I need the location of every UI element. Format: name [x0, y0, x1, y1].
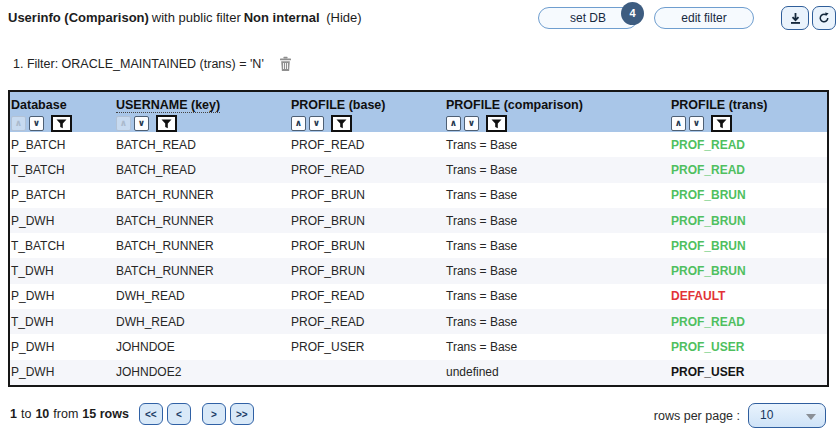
filter-funnel-icon	[336, 119, 347, 129]
table-row[interactable]: P_DWH JOHNDOE PROF_USER Trans = Base PRO…	[10, 334, 827, 359]
cell-database: P_BATCH	[10, 188, 115, 202]
filter-funnel-icon	[716, 119, 727, 129]
userinfo-comparison-page: Userinfo (Comparison)with public filterN…	[0, 0, 837, 438]
cell-profile-comparison: Trans = Base	[445, 289, 670, 303]
cell-profile-base: PROF_USER	[290, 340, 445, 354]
column-header-profile-trans: PROFILE (trans) ∧ ∨	[670, 92, 827, 132]
sort-asc-button[interactable]: ∧	[116, 116, 131, 131]
download-button[interactable]	[781, 6, 809, 30]
edit-filter-button[interactable]: edit filter	[654, 7, 754, 29]
rows-per-page-select[interactable]: 10	[748, 403, 826, 428]
sort-asc-button[interactable]: ∧	[671, 116, 686, 131]
rows-per-page-control: rows per page : 10	[654, 403, 826, 428]
sort-desc-button[interactable]: ∨	[29, 116, 44, 131]
sort-desc-button[interactable]: ∨	[464, 116, 479, 131]
sort-asc-button[interactable]: ∧	[446, 116, 461, 131]
filter-button[interactable]	[51, 115, 72, 132]
delete-filter-button[interactable]	[278, 56, 293, 72]
download-icon	[788, 11, 803, 26]
cell-username: DWH_READ	[115, 315, 290, 329]
cell-username: JOHNDOE	[115, 340, 290, 354]
cell-profile-base: PROF_BRUN	[290, 188, 445, 202]
cell-username: BATCH_READ	[115, 163, 290, 177]
cell-database: P_BATCH	[10, 138, 115, 152]
next-page-button[interactable]: >	[202, 403, 226, 425]
cell-profile-trans: PROF_READ	[670, 163, 827, 177]
sort-desc-button[interactable]: ∨	[309, 116, 324, 131]
column-header-profile-base: PROFILE (base) ∧ ∨	[290, 92, 445, 132]
cell-profile-base: PROF_READ	[290, 163, 445, 177]
cell-database: T_BATCH	[10, 163, 115, 177]
table-row[interactable]: T_BATCH BATCH_RUNNER PROF_BRUN Trans = B…	[10, 233, 827, 258]
column-label: PROFILE (comparison)	[446, 98, 583, 112]
cell-database: P_DWH	[10, 289, 115, 303]
table-body: P_BATCH BATCH_READ PROF_READ Trans = Bas…	[10, 132, 827, 385]
filter-button[interactable]	[486, 115, 507, 132]
column-header-username: USERNAME (key) ∧ ∨	[115, 92, 290, 132]
hide-link[interactable]: (Hide)	[326, 10, 361, 25]
cell-profile-trans: PROF_BRUN	[670, 239, 827, 253]
cell-profile-comparison: undefined	[445, 365, 670, 379]
first-page-button[interactable]: <<	[139, 403, 163, 425]
cell-profile-trans: PROF_BRUN	[670, 214, 827, 228]
filter-funnel-icon	[56, 119, 67, 129]
cell-profile-comparison: Trans = Base	[445, 340, 670, 354]
range-start: 1	[10, 407, 17, 421]
column-label: PROFILE (base)	[291, 98, 385, 112]
table-row[interactable]: T_DWH DWH_READ PROF_READ Trans = Base PR…	[10, 309, 827, 334]
prev-page-button[interactable]: <	[167, 403, 191, 425]
to-label: to	[21, 407, 31, 421]
cell-profile-trans: PROF_READ	[670, 138, 827, 152]
cell-username: BATCH_RUNNER	[115, 239, 290, 253]
cell-profile-comparison: Trans = Base	[445, 214, 670, 228]
cell-profile-trans: DEFAULT	[670, 289, 827, 303]
chevron-down-icon	[806, 414, 816, 420]
table-row[interactable]: P_DWH BATCH_RUNNER PROF_BRUN Trans = Bas…	[10, 208, 827, 233]
cell-database: P_DWH	[10, 365, 115, 379]
cell-database: T_DWH	[10, 315, 115, 329]
sort-asc-button[interactable]: ∧	[291, 116, 306, 131]
sort-desc-button[interactable]: ∨	[689, 116, 704, 131]
pager: << < > >>	[139, 403, 258, 425]
filter-funnel-icon	[491, 119, 502, 129]
set-db-button[interactable]: set DB 4	[538, 7, 638, 29]
table-row[interactable]: P_DWH DWH_READ PROF_READ Trans = Base DE…	[10, 284, 827, 309]
filter-button[interactable]	[711, 115, 732, 132]
cell-profile-base: PROF_READ	[290, 138, 445, 152]
refresh-button[interactable]	[812, 6, 836, 30]
cell-profile-comparison: Trans = Base	[445, 315, 670, 329]
cell-username: DWH_READ	[115, 289, 290, 303]
filter-button[interactable]	[331, 115, 352, 132]
cell-profile-comparison: Trans = Base	[445, 239, 670, 253]
cell-username: JOHNDOE2	[115, 365, 290, 379]
table-row[interactable]: P_BATCH BATCH_RUNNER PROF_BRUN Trans = B…	[10, 183, 827, 208]
cell-profile-base: PROF_READ	[290, 289, 445, 303]
sort-asc-button[interactable]: ∧	[11, 116, 26, 131]
set-db-count-badge: 4	[621, 2, 644, 25]
rows-per-page-value: 10	[760, 408, 773, 422]
cell-profile-comparison: Trans = Base	[445, 138, 670, 152]
filter-button[interactable]	[156, 115, 177, 132]
column-header-database: Database ∧ ∨	[10, 92, 115, 132]
from-label: from	[53, 407, 78, 421]
sort-desc-button[interactable]: ∨	[134, 116, 149, 131]
trash-icon	[278, 56, 293, 72]
last-page-button[interactable]: >>	[230, 403, 254, 425]
table-row[interactable]: P_DWH JOHNDOE2 undefined PROF_USER	[10, 360, 827, 385]
cell-profile-trans: PROF_BRUN	[670, 188, 827, 202]
rows-per-page-label: rows per page :	[654, 409, 740, 423]
column-label: PROFILE (trans)	[671, 98, 768, 112]
cell-database: T_BATCH	[10, 239, 115, 253]
table-row[interactable]: T_BATCH BATCH_READ PROF_READ Trans = Bas…	[10, 157, 827, 182]
table-row[interactable]: T_DWH BATCH_RUNNER PROF_BRUN Trans = Bas…	[10, 258, 827, 283]
total-rows: 15 rows	[82, 407, 129, 421]
public-filter-name: Non internal	[244, 10, 320, 25]
cell-profile-trans: PROF_BRUN	[670, 264, 827, 278]
cell-profile-comparison: Trans = Base	[445, 163, 670, 177]
column-label: Database	[11, 98, 67, 112]
edit-filter-label: edit filter	[681, 11, 726, 25]
table-row[interactable]: P_BATCH BATCH_READ PROF_READ Trans = Bas…	[10, 132, 827, 157]
applied-filter-row: 1. Filter: ORACLE_MAINTAINED (trans) = '…	[13, 56, 293, 72]
cell-profile-base: PROF_BRUN	[290, 214, 445, 228]
page-title: Userinfo (Comparison)with public filterN…	[8, 10, 365, 25]
